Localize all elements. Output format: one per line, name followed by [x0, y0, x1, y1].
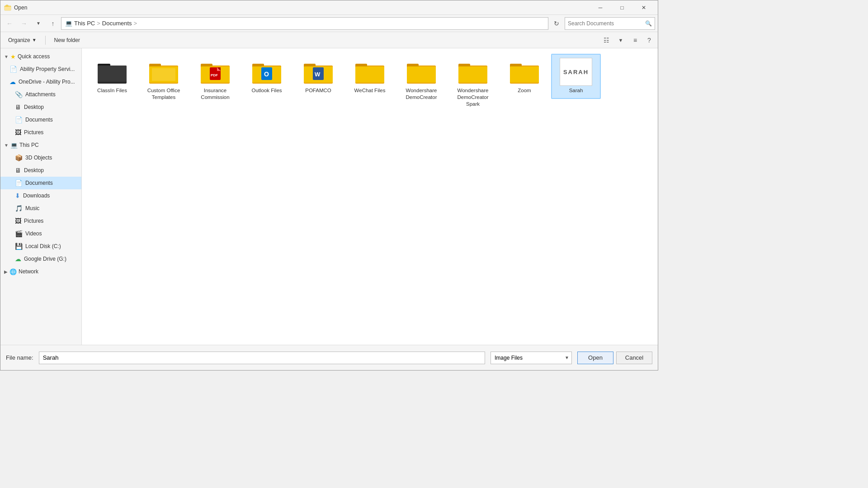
documents-qa-label: Documents	[25, 117, 53, 123]
zoom-label: Zoom	[518, 87, 531, 94]
sidebar-item-desktop-qa[interactable]: 🖥 Desktop	[0, 101, 81, 113]
classin-label: ClassIn Files	[97, 87, 127, 94]
svg-text:PDF: PDF	[211, 73, 218, 77]
toolbar-right: ☷ ▼ ≡ ?	[600, 34, 655, 46]
ability-property-icon: 📄	[9, 66, 17, 73]
file-item-outlook[interactable]: O Outlook Files	[242, 54, 292, 99]
sidebar-item-this-pc[interactable]: ▼ 💻 This PC	[0, 139, 81, 151]
files-area: ClassIn Files Custom Office Templates	[82, 48, 658, 345]
pictures-qa-label: Pictures	[24, 129, 43, 136]
minimize-button[interactable]: ─	[590, 0, 611, 15]
google-drive-icon: ☁	[15, 255, 21, 263]
sidebar-item-pictures[interactable]: 🖼 Pictures	[0, 215, 81, 227]
search-icon[interactable]: 🔍	[645, 20, 652, 27]
wondershare-dc-folder-icon	[405, 58, 438, 85]
maximize-button[interactable]: □	[612, 0, 632, 15]
view-toggle-button[interactable]: ▼	[614, 34, 627, 46]
sidebar-item-ability-property[interactable]: 📄 Ability Property Servi...	[0, 63, 81, 75]
close-button[interactable]: ✕	[633, 0, 654, 15]
sidebar: ▼ ★ Quick access 📄 Ability Property Serv…	[0, 48, 82, 345]
cancel-button[interactable]: Cancel	[616, 352, 652, 364]
action-buttons: Open Cancel	[577, 352, 652, 364]
sidebar-item-music[interactable]: 🎵 Music	[0, 202, 81, 215]
sidebar-item-google-drive[interactable]: ☁ Google Drive (G:)	[0, 253, 81, 265]
address-bar[interactable]: 💻 This PC > Documents >	[61, 17, 548, 30]
up-button[interactable]: ↑	[47, 17, 59, 30]
svg-rect-38	[510, 66, 539, 83]
file-item-sarah[interactable]: SARAH Sarah	[551, 54, 601, 99]
sidebar-item-3d-objects[interactable]: 📦 3D Objects	[0, 151, 81, 164]
search-input[interactable]	[568, 20, 643, 27]
music-label: Music	[25, 205, 39, 211]
breadcrumb-documents[interactable]: Documents	[102, 20, 132, 27]
back-button[interactable]: ←	[3, 17, 16, 30]
sidebar-item-videos[interactable]: 🎬 Videos	[0, 227, 81, 240]
new-folder-button[interactable]: New folder	[49, 34, 85, 46]
onedrive-icon: ☁	[9, 78, 16, 85]
wechat-label: WeChat Files	[354, 87, 386, 94]
svg-rect-32	[407, 66, 436, 83]
sidebar-item-onedrive[interactable]: ☁ OneDrive - Ability Pro...	[0, 75, 81, 88]
svg-rect-29	[355, 66, 384, 83]
file-item-pofamco[interactable]: W POFAMCO	[293, 54, 343, 99]
sidebar-item-documents-qa[interactable]: 📄 Documents	[0, 113, 81, 126]
open-dialog: Open ─ □ ✕ ← → ▼ ↑ 💻 This PC > Documents…	[0, 0, 658, 371]
file-item-custom-office[interactable]: Custom Office Templates	[139, 54, 189, 99]
sidebar-item-local-disk[interactable]: 💾 Local Disk (C:)	[0, 240, 81, 253]
organize-label: Organize	[8, 37, 30, 43]
desktop-qa-icon: 🖥	[15, 103, 21, 111]
classin-folder-icon	[96, 58, 128, 85]
open-button[interactable]: Open	[577, 352, 613, 364]
outlook-folder-icon: O	[250, 58, 283, 85]
layout-icon-button[interactable]: ☷	[600, 34, 613, 46]
title-bar: Open ─ □ ✕	[0, 0, 658, 15]
sidebar-item-desktop[interactable]: 🖥 Desktop	[0, 164, 81, 177]
view-details-button[interactable]: ≡	[629, 34, 642, 46]
pictures-label: Pictures	[24, 218, 43, 224]
this-pc-icon: 💻	[10, 142, 18, 149]
dialog-title: Open	[14, 5, 590, 11]
pictures-icon: 🖼	[15, 217, 21, 225]
svg-rect-1	[5, 7, 11, 10]
file-item-wechat[interactable]: WeChat Files	[345, 54, 395, 99]
file-item-classin[interactable]: ClassIn Files	[87, 54, 137, 99]
svg-rect-2	[6, 5, 8, 6]
google-drive-label: Google Drive (G:)	[24, 256, 66, 262]
network-label: Network	[19, 268, 38, 275]
videos-label: Videos	[25, 230, 42, 237]
file-type-wrapper: Image Files All Files ▼	[491, 352, 572, 364]
sidebar-item-documents[interactable]: 📄 Documents	[0, 177, 81, 189]
refresh-button[interactable]: ↻	[550, 17, 563, 30]
file-item-wondershare-spark[interactable]: Wondershare DemoCreator Spark	[448, 54, 498, 99]
sarah-card-text: SARAH	[563, 69, 589, 75]
organize-button[interactable]: Organize ▼	[3, 34, 42, 46]
dialog-icon	[4, 4, 11, 11]
main-area: ▼ ★ Quick access 📄 Ability Property Serv…	[0, 48, 658, 345]
sidebar-item-network[interactable]: ▶ 🌐 Network	[0, 265, 81, 278]
file-item-wondershare-dc[interactable]: Wondershare DemoCreator	[396, 54, 446, 99]
dropdown-button[interactable]: ▼	[32, 17, 45, 30]
file-item-insurance[interactable]: PDF Insurance Commission	[190, 54, 240, 99]
sidebar-item-pictures-qa[interactable]: 🖼 Pictures	[0, 126, 81, 139]
breadcrumb-this-pc[interactable]: This PC	[74, 20, 95, 27]
file-item-zoom[interactable]: Zoom	[500, 54, 549, 99]
zoom-folder-icon	[508, 58, 541, 85]
local-disk-icon: 💾	[15, 243, 23, 250]
sidebar-item-quick-access[interactable]: ▼ ★ Quick access	[0, 50, 81, 63]
documents-label: Documents	[25, 180, 53, 186]
breadcrumb-sep-1: >	[97, 20, 100, 27]
sarah-folder-icon: SARAH	[560, 58, 592, 85]
file-type-select[interactable]: Image Files All Files	[491, 352, 572, 364]
sidebar-item-downloads[interactable]: ⬇ Downloads	[0, 189, 81, 202]
quick-access-label: Quick access	[18, 53, 50, 60]
sidebar-item-attachments[interactable]: 📎 Attachments	[0, 88, 81, 101]
help-button[interactable]: ?	[643, 34, 655, 46]
local-disk-label: Local Disk (C:)	[25, 243, 61, 249]
3d-objects-label: 3D Objects	[25, 155, 52, 161]
attachments-label: Attachments	[25, 91, 56, 98]
downloads-label: Downloads	[23, 192, 50, 199]
svg-text:O: O	[264, 70, 269, 78]
forward-button[interactable]: →	[18, 17, 30, 30]
file-name-input[interactable]	[39, 352, 485, 364]
3d-objects-icon: 📦	[15, 154, 23, 161]
